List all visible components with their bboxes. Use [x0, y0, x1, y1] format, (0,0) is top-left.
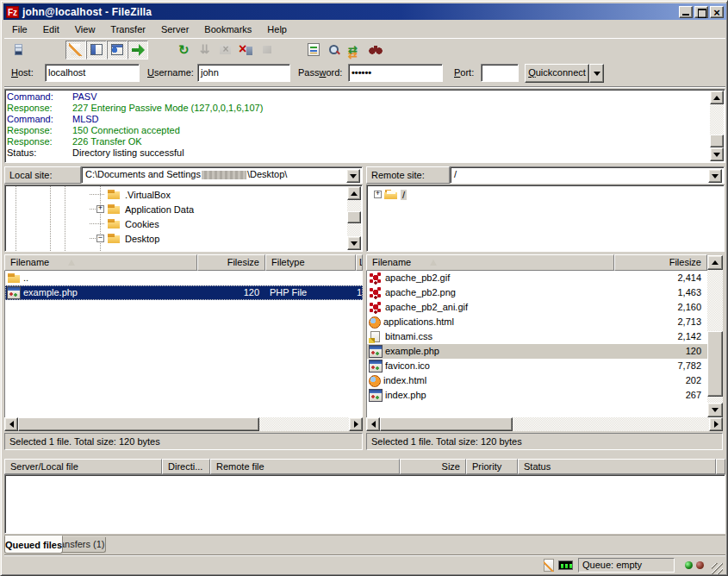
queue-col-size[interactable]: Size [400, 459, 466, 474]
Bookmarks-menu[interactable]: Bookmarks [196, 22, 259, 36]
transfer-type-icon[interactable] [544, 559, 555, 572]
Desktop-tree-item[interactable]: − Desktop [5, 231, 346, 246]
ApplicationData-tree-item[interactable]: + Application Data [5, 202, 346, 216]
cancel-button[interactable] [215, 41, 236, 59]
toolbar-button[interactable] [280, 41, 301, 59]
local-hscroll-thumb[interactable] [18, 417, 259, 431]
remote-selection-status: Selected 1 file. Total size: 120 bytes [366, 433, 723, 450]
local-hscroll-left[interactable] [4, 417, 18, 431]
Server-menu[interactable]: Server [153, 22, 196, 36]
site-manager-dropdown-button[interactable] [28, 41, 40, 59]
queue-tabs: Queued files Failed transfers Successful… [4, 535, 725, 554]
index.html-remote-row[interactable]: index.html 202 [367, 373, 707, 388]
remote-scroll-down[interactable] [707, 403, 723, 417]
tree-expander[interactable]: + [96, 205, 104, 213]
applications.html-remote-row[interactable]: applications.html 2,713 [367, 315, 707, 329]
apache_pb2.png-remote-row[interactable]: apache_pb2.png 1,463 [367, 285, 707, 300]
/-tree-item[interactable]: + / [367, 187, 708, 202]
View-menu[interactable]: View [67, 22, 103, 36]
remote-col-filesize[interactable]: Filesize [614, 254, 707, 271]
apache_pb2_ani.gif-remote-row[interactable]: apache_pb2_ani.gif 2,160 [367, 300, 707, 315]
local-site-combo[interactable]: C:\Documents and Settings\Desktop\ [81, 166, 363, 184]
tree-expander[interactable]: + [374, 191, 382, 198]
.VirtualBox-tree-item[interactable]: .VirtualBox [5, 187, 346, 202]
username-input[interactable]: john [197, 64, 290, 82]
toolbar-button[interactable] [151, 41, 171, 59]
port-input[interactable] [481, 64, 519, 82]
example.php-remote-row[interactable]: example.php 120 [367, 344, 707, 359]
File-menu[interactable]: File [4, 22, 35, 36]
compare-button[interactable] [324, 41, 345, 59]
maximize-button[interactable] [694, 6, 708, 18]
queue-col-remote-file[interactable]: Remote file [210, 459, 400, 474]
refresh-button[interactable] [174, 41, 195, 59]
find-button[interactable] [365, 41, 386, 59]
quickconnect-dropdown[interactable] [589, 64, 604, 83]
local-tree-scroll-thumb[interactable] [347, 211, 361, 223]
site-manager-button[interactable] [8, 41, 28, 59]
remote-site-combo[interactable]: / [450, 166, 725, 184]
local-hscroll-right[interactable] [349, 417, 363, 431]
..-local-row[interactable]: .. [5, 271, 363, 285]
queue-list[interactable] [4, 474, 725, 534]
queue-col-local-file[interactable]: Server/Local file [4, 459, 162, 474]
title-bar[interactable]: Fz john@localhost - FileZilla [3, 3, 726, 20]
remote-site-combo-arrow[interactable] [708, 169, 722, 183]
log-line: Response: 150 Connection accepted [7, 125, 708, 136]
remote-list-header: Filename Filesize [366, 254, 723, 271]
remote-hscroll-left[interactable] [366, 417, 380, 431]
remote-col-filename[interactable]: Filename [366, 254, 614, 271]
Help-menu[interactable]: Help [259, 22, 295, 36]
local-site-combo-arrow[interactable] [346, 169, 360, 183]
log-scroll-up[interactable] [710, 91, 724, 104]
remote-scroll-up[interactable] [707, 255, 723, 270]
queue-col-direction[interactable]: Directi... [162, 459, 210, 474]
remote-hscroll-thumb[interactable] [380, 417, 513, 431]
close-button[interactable] [710, 6, 724, 18]
Transfer-menu[interactable]: Transfer [103, 22, 153, 36]
apache_pb2.gif-remote-row[interactable]: apache_pb2.gif 2,414 [367, 271, 707, 285]
log-scroll-thumb[interactable] [710, 135, 724, 147]
toggle-remote-tree-button[interactable] [107, 41, 128, 59]
filezilla-window: Fz john@localhost - FileZilla FileEditVi… [0, 0, 728, 576]
queue-col-status[interactable]: Status [518, 459, 716, 474]
remote-scroll-thumb[interactable] [707, 331, 723, 397]
bitnami.css-remote-row[interactable]: bitnami.css 2,142 [367, 329, 707, 344]
password-input[interactable]: •••••• [348, 64, 443, 82]
local-col-filesize[interactable]: Filesize [197, 254, 265, 271]
toggle-log-button[interactable] [65, 41, 86, 59]
local-col-modified[interactable]: L [356, 254, 363, 271]
port-label: Port: [454, 67, 474, 78]
Queuedfiles-tab[interactable]: Queued files [4, 535, 63, 554]
sync-browsing-button[interactable] [345, 41, 365, 59]
process-queue-button[interactable] [195, 41, 215, 59]
quickconnect-button[interactable]: Quickconnect [525, 64, 589, 83]
host-input[interactable]: localhost [45, 64, 140, 82]
remote-hscroll-right[interactable] [709, 417, 723, 431]
index.php-remote-row[interactable]: index.php 267 [367, 388, 707, 403]
minimize-button[interactable] [679, 6, 693, 18]
log-scroll-down[interactable] [710, 147, 724, 161]
local-tree-scroll-down[interactable] [347, 236, 361, 250]
filter-icon [307, 43, 320, 56]
filter-button[interactable] [303, 41, 324, 59]
reconnect-button[interactable] [257, 41, 277, 59]
queue-col-priority[interactable]: Priority [466, 459, 518, 474]
remote-file-list: apache_pb2.gif 2,414 apache_pb2.png 1,46… [366, 271, 707, 417]
tree-expander[interactable]: − [96, 235, 104, 242]
local-col-filename[interactable]: Filename [4, 254, 197, 271]
resize-grip[interactable] [712, 563, 723, 574]
local-col-filetype[interactable]: Filetype [265, 254, 356, 271]
disconnect-button[interactable] [236, 41, 257, 59]
toggle-queue-button[interactable] [128, 41, 148, 59]
favicon.ico-remote-row[interactable]: favicon.ico 7,782 [367, 359, 707, 373]
Edit-menu[interactable]: Edit [35, 22, 67, 36]
toggle-log-icon [69, 43, 83, 56]
speed-limits-icon[interactable] [558, 560, 573, 570]
toolbar-button[interactable] [42, 41, 63, 59]
toggle-local-tree-button[interactable] [86, 41, 107, 59]
Cookies-tree-item[interactable]: Cookies [5, 216, 346, 231]
sort-ascending-icon [68, 260, 75, 266]
local-tree-scroll-up[interactable] [347, 186, 361, 200]
example.php-local-row[interactable]: example.php 120 PHP File 1 [5, 285, 363, 300]
